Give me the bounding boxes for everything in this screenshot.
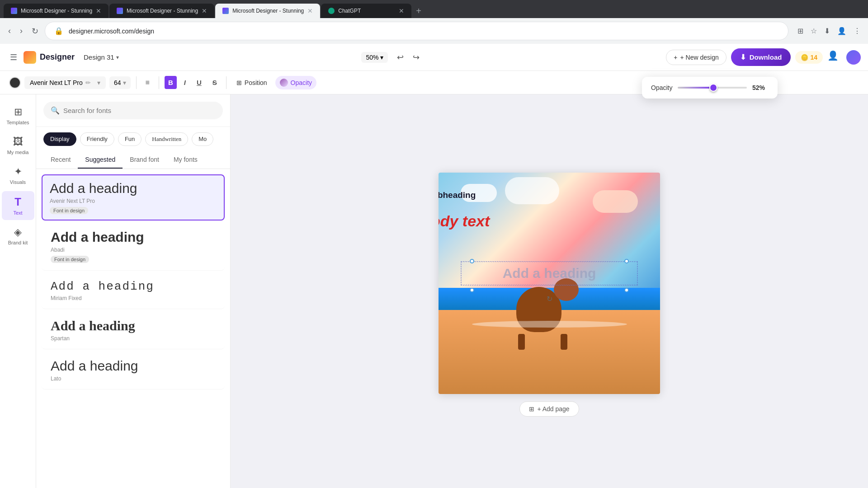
tab-3[interactable]: Microsoft Designer - Stunning ✕ xyxy=(215,4,320,18)
download-label: Download xyxy=(750,53,782,61)
font-selector[interactable]: Avenir Next LT Pro ✏ ▾ xyxy=(24,76,106,89)
undo-redo-group: ↩ ↪ xyxy=(393,51,423,64)
text-color-swatch[interactable] xyxy=(9,77,21,89)
chip-more[interactable]: Mo xyxy=(192,132,213,146)
canvas-heading-container[interactable]: Add a heading xyxy=(461,261,638,286)
font-name-label: Avenir Next LT Pro xyxy=(30,79,83,86)
font-card-lato[interactable]: Add a heading Lato xyxy=(42,351,225,389)
opacity-button[interactable]: Opacity xyxy=(275,76,316,89)
canvas[interactable]: Add a subheading Add body text Add a hea… xyxy=(439,173,660,394)
tab-favicon-2 xyxy=(117,8,123,14)
font-card-abadi[interactable]: Add a heading Abadi Font in design xyxy=(42,222,225,271)
tab-my-fonts[interactable]: My fonts xyxy=(166,151,205,169)
tab-bar: Microsoft Designer - Stunning ✕ Microsof… xyxy=(0,0,868,18)
position-button[interactable]: ⊞ Position xyxy=(232,76,272,89)
extensions-icon[interactable]: ⊞ xyxy=(796,25,805,37)
canvas-heading[interactable]: Add a heading xyxy=(461,262,637,285)
new-tab-button[interactable]: + xyxy=(412,4,425,18)
address-text: designer.microsoft.com/design xyxy=(69,28,154,35)
tab-close-1[interactable]: ✕ xyxy=(96,7,101,14)
tab-close-4[interactable]: ✕ xyxy=(399,7,404,14)
chip-friendly[interactable]: Friendly xyxy=(80,132,114,146)
tab-close-2[interactable]: ✕ xyxy=(202,7,207,14)
nav-bar: ‹ › ↻ 🔒 designer.microsoft.com/design ⊞ … xyxy=(0,18,868,44)
left-sidebar: ⊞ Templates 🖼 My media ✦ Visuals T Text … xyxy=(0,94,36,488)
strikethrough-button[interactable]: S xyxy=(209,76,221,89)
coins-value: 14 xyxy=(810,54,817,61)
share-icon[interactable]: 👤 xyxy=(827,50,842,65)
underline-icon: U xyxy=(197,79,202,86)
opacity-slider[interactable] xyxy=(678,87,747,89)
toolbar-right: + + New design ⬇ Download 🪙 14 👤 xyxy=(666,48,861,66)
tab-brand-font[interactable]: Brand font xyxy=(123,151,166,169)
menu-button[interactable]: ☰ xyxy=(7,51,20,64)
underline-button[interactable]: U xyxy=(193,76,205,89)
chip-fun[interactable]: Fun xyxy=(118,132,142,146)
profile-nav-icon[interactable]: 👤 xyxy=(835,25,848,37)
tab-label-2: Microsoft Designer - Stunning xyxy=(127,8,198,14)
selection-handle-tl[interactable] xyxy=(470,259,474,263)
font-size-control[interactable]: 64 ▾ xyxy=(109,76,131,89)
tab-2[interactable]: Microsoft Designer - Stunning ✕ xyxy=(109,4,214,18)
sidebar-label-text: Text xyxy=(13,210,22,216)
design-name-label: Design 31 xyxy=(84,53,114,61)
tab-recent[interactable]: Recent xyxy=(43,151,78,169)
font-in-design-badge-abadi: Font in design xyxy=(51,256,89,263)
new-design-icon: + xyxy=(674,54,677,61)
search-input[interactable] xyxy=(63,107,216,114)
italic-button[interactable]: I xyxy=(180,76,189,89)
sidebar-item-text[interactable]: T Text xyxy=(2,191,34,220)
tab-suggested[interactable]: Suggested xyxy=(78,151,123,169)
tab-close-3[interactable]: ✕ xyxy=(307,7,313,14)
add-page-icon: ⊞ xyxy=(529,405,534,413)
rotate-handle[interactable]: ↻ xyxy=(547,295,552,303)
design-name-control[interactable]: Design 31 ▾ xyxy=(84,53,119,61)
font-heading-lato: Add a heading xyxy=(51,358,216,374)
font-card-avenir[interactable]: Add a heading Avenir Next LT Pro Font in… xyxy=(42,174,225,221)
new-design-button[interactable]: + + New design xyxy=(666,50,726,65)
menu-icon[interactable]: ⋮ xyxy=(852,25,863,37)
address-bar[interactable]: 🔒 designer.microsoft.com/design xyxy=(45,22,788,40)
tab-1[interactable]: Microsoft Designer - Stunning ✕ xyxy=(4,4,108,18)
add-page-button[interactable]: ⊞ + Add page xyxy=(519,401,579,417)
sidebar-label-brand-kit: Brand kit xyxy=(8,240,28,245)
divider-2 xyxy=(159,76,159,89)
font-name-avenir: Avenir Next LT Pro xyxy=(50,198,217,204)
canvas-subheading[interactable]: Add a subheading xyxy=(439,190,549,200)
toolbar-center: 50% ▾ ↩ ↪ xyxy=(124,51,661,64)
zoom-control[interactable]: 50% ▾ xyxy=(361,52,388,63)
font-edit-icon: ✏ xyxy=(85,79,91,86)
tab-label-4: ChatGPT xyxy=(338,8,361,14)
app-name: Designer xyxy=(40,52,75,62)
user-avatar[interactable] xyxy=(846,50,861,65)
font-name-lato: Lato xyxy=(51,375,216,382)
download-button[interactable]: ⬇ Download xyxy=(731,48,791,66)
sidebar-item-brand-kit[interactable]: ◈ Brand kit xyxy=(2,222,34,250)
undo-button[interactable]: ↩ xyxy=(393,51,407,64)
font-card-spartan[interactable]: Add a heading Spartan xyxy=(42,311,225,349)
forward-button[interactable]: › xyxy=(17,24,25,38)
search-box[interactable]: 🔍 xyxy=(43,102,223,119)
download-nav-icon[interactable]: ⬇ xyxy=(822,25,832,37)
divider-3 xyxy=(226,76,226,89)
new-design-label: + New design xyxy=(680,54,719,61)
sidebar-item-visuals[interactable]: ✦ Visuals xyxy=(2,161,34,189)
tab-4[interactable]: ChatGPT ✕ xyxy=(321,4,411,18)
font-size-chevron-icon: ▾ xyxy=(123,79,126,86)
sidebar-item-templates[interactable]: ⊞ Templates xyxy=(2,102,34,130)
text-icon: T xyxy=(14,196,21,208)
bookmark-icon[interactable]: ☆ xyxy=(809,25,819,37)
align-button[interactable]: ≡ xyxy=(142,77,153,89)
selection-handle-bl[interactable] xyxy=(470,288,474,292)
bold-button[interactable]: B xyxy=(165,76,177,89)
redo-button[interactable]: ↪ xyxy=(409,51,423,64)
chip-display[interactable]: Display xyxy=(43,132,76,146)
font-name-abadi: Abadi xyxy=(51,247,216,253)
reload-button[interactable]: ↻ xyxy=(29,24,41,38)
canvas-body-text[interactable]: Add body text xyxy=(439,212,549,230)
chip-handwritten[interactable]: Handwritten xyxy=(145,132,188,146)
opacity-panel-label: Opacity xyxy=(651,84,672,91)
sidebar-item-my-media[interactable]: 🖼 My media xyxy=(2,131,34,160)
back-button[interactable]: ‹ xyxy=(5,24,14,38)
font-card-miriam[interactable]: Add a heading Miriam Fixed xyxy=(42,272,225,309)
